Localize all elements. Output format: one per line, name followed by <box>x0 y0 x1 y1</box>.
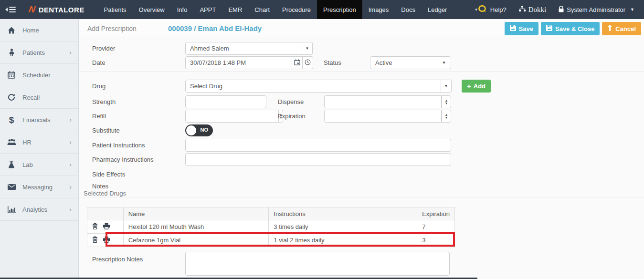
provider-dropdown-button[interactable]: ▼ <box>302 42 313 55</box>
sidebar-item-analytics[interactable]: Analytics › <box>0 198 78 221</box>
home-icon <box>7 27 16 34</box>
patient-link[interactable]: 000039 / Eman Abd El-Hady <box>168 24 262 32</box>
side-effects-label: Side Effects <box>92 171 125 178</box>
cancel-label: Cancel <box>615 25 636 32</box>
drug-instructions-cell: 3 times daily <box>269 220 417 234</box>
nav-item-docs[interactable]: Docs <box>395 0 422 19</box>
nav-item-overview[interactable]: Overview <box>133 0 171 19</box>
substitute-label: Substitute <box>92 127 120 134</box>
dokki-menu[interactable]: Dokki <box>519 6 547 14</box>
chevron-right-icon: › <box>69 183 72 191</box>
user-menu[interactable]: System Administrator ▼ <box>559 6 634 14</box>
user-label: System Administrator <box>567 6 625 13</box>
strength-input[interactable] <box>185 95 266 108</box>
patient-icon <box>7 49 16 56</box>
sidebar-item-financials[interactable]: $ Financials › <box>0 109 78 131</box>
nav-item-prescription[interactable]: Prescription <box>317 0 362 19</box>
brand-mark-icon: N <box>28 4 36 15</box>
caret-down-icon: ▼ <box>306 46 309 51</box>
prescription-notes-textarea[interactable] <box>185 252 450 276</box>
refill-label: Refill <box>92 113 106 120</box>
page-header: Add Prescription 000039 / Eman Abd El-Ha… <box>79 19 644 38</box>
sidebar-item-label: Patients <box>22 49 45 56</box>
pharmacy-instructions-input[interactable] <box>185 153 451 166</box>
sidebar-collapse-icon[interactable] <box>0 0 21 19</box>
status-value: Active <box>375 59 392 66</box>
add-drug-button[interactable]: + Add <box>462 80 491 93</box>
nav-item-procedure[interactable]: Procedure <box>276 0 317 19</box>
sidebar-item-scheduler[interactable]: Scheduler <box>0 64 78 86</box>
refresh-icon <box>7 93 16 101</box>
help-menu[interactable]: Help? <box>478 5 507 14</box>
drug-instructions-cell: 1 vial 2 times daily <box>269 234 417 247</box>
drug-label: Drug <box>92 83 106 90</box>
dollar-icon: $ <box>7 115 16 124</box>
time-picker-button[interactable] <box>303 56 313 69</box>
spinner-down-icon: ▼ <box>445 102 448 105</box>
print-row-icon[interactable] <box>103 237 110 244</box>
delete-row-icon[interactable] <box>92 236 98 244</box>
provider-select[interactable]: Ahmed Salem ▼ <box>185 42 313 55</box>
nav-more-caret-icon[interactable]: ▼ <box>474 8 478 12</box>
calendar-icon <box>7 71 16 79</box>
date-input[interactable] <box>185 56 292 69</box>
dispense-spinner[interactable]: ▲▼ <box>442 95 451 108</box>
expiration-stepper: ▲▼ <box>324 110 451 123</box>
user-caret-icon: ▼ <box>630 7 634 12</box>
add-label: Add <box>474 83 486 90</box>
sidebar-item-label: Financials <box>22 116 51 124</box>
print-row-icon[interactable] <box>103 223 110 231</box>
drug-dropdown-button[interactable]: ▼ <box>441 80 452 93</box>
refill-input[interactable] <box>185 110 279 123</box>
envelope-icon <box>7 184 16 190</box>
nav-item-chart[interactable]: Chart <box>248 0 276 19</box>
app-logo: N DENTALORE <box>29 4 84 15</box>
sidebar-item-hr[interactable]: HR › <box>0 131 78 154</box>
delete-row-icon[interactable] <box>92 223 98 231</box>
sidebar-item-home[interactable]: Home <box>0 19 78 41</box>
arrow-up-icon <box>607 25 612 32</box>
name-column-header: Name <box>123 207 269 220</box>
prescription-notes-label: Prescription Notes <box>92 256 143 263</box>
sidebar-item-label: Home <box>22 27 39 34</box>
nav-item-appt[interactable]: APPT <box>193 0 222 19</box>
toggle-state-label: NO <box>201 127 209 133</box>
expiration-input[interactable] <box>324 110 442 123</box>
save-button[interactable]: Save <box>505 22 538 35</box>
sidebar-item-patients[interactable]: Patients › <box>0 41 78 64</box>
status-select[interactable]: Active ▼ <box>370 56 451 69</box>
nav-item-images[interactable]: Images <box>362 0 395 19</box>
nav-item-emr[interactable]: EMR <box>222 0 248 19</box>
sidebar-item-lab[interactable]: Lab › <box>0 154 78 176</box>
substitute-toggle[interactable]: NO <box>185 124 213 136</box>
sidebar-item-label: Lab <box>22 161 33 168</box>
sitemap-icon <box>519 6 526 13</box>
actions-column-header <box>87 207 124 220</box>
sidebar-item-recall[interactable]: Recall <box>0 86 78 109</box>
sidebar-item-label: Scheduler <box>22 72 51 79</box>
table-row: Hexitol 120 ml Mouth Wash 3 times daily … <box>87 220 455 234</box>
cancel-button[interactable]: Cancel <box>602 22 641 35</box>
drug-name-cell: Hexitol 120 ml Mouth Wash <box>123 220 269 234</box>
calendar-picker-button[interactable] <box>292 56 303 69</box>
selected-drugs-table: Name Instructions Expiration Hexitol 120… <box>87 207 455 247</box>
expiration-spinner[interactable]: ▲▼ <box>442 110 451 123</box>
save-close-button[interactable]: Save & Close <box>541 22 600 35</box>
dispense-input[interactable] <box>324 95 442 108</box>
bar-chart-icon <box>7 206 16 213</box>
instructions-column-header: Instructions <box>269 207 417 220</box>
drug-name-cell: Cefazone 1gm Vial <box>123 234 269 247</box>
sidebar-item-messaging[interactable]: Messaging › <box>0 176 78 198</box>
section-divider <box>79 197 644 197</box>
provider-value: Ahmed Salem <box>185 42 302 55</box>
drug-expiration-cell: 3 <box>417 234 455 247</box>
sidebar-item-label: HR <box>22 139 32 146</box>
nav-item-info[interactable]: Info <box>171 0 194 19</box>
date-label: Date <box>92 59 105 66</box>
status-label: Status <box>324 59 341 66</box>
drug-select[interactable]: Select Drug ▼ <box>185 80 452 93</box>
patient-instructions-input[interactable] <box>185 139 451 152</box>
page-title: Add Prescription <box>87 25 137 32</box>
nav-item-ledger[interactable]: Ledger <box>422 0 453 19</box>
nav-item-patients[interactable]: Patients <box>98 0 133 19</box>
